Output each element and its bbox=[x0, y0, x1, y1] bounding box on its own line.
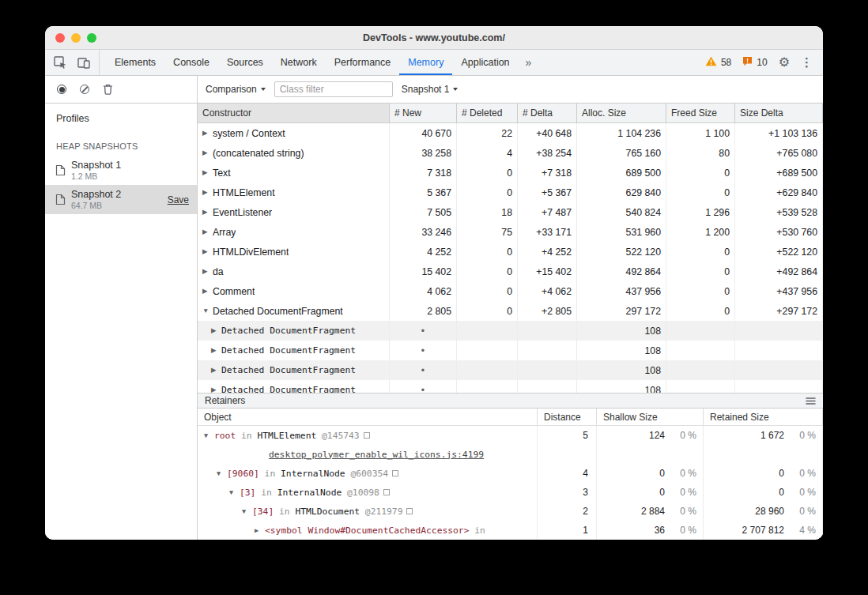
tab-console[interactable]: Console bbox=[164, 50, 218, 75]
constructor-name: da bbox=[213, 266, 224, 277]
snapshot-item[interactable]: Snapshot 264.7 MBSave bbox=[45, 185, 197, 214]
window-title: DevTools - www.youtube.com/ bbox=[363, 32, 505, 43]
expand-arrow-icon[interactable]: ▶ bbox=[211, 367, 221, 374]
heap-row[interactable]: ▶(concatenated string)38 2584+38 254765 … bbox=[198, 143, 823, 163]
retainer-row[interactable]: ▼[34] in HTMLDocument @21197922 8840 %28… bbox=[198, 502, 823, 521]
warning-icon bbox=[705, 56, 717, 69]
column-header-deleted[interactable]: # Deleted bbox=[457, 104, 518, 122]
expand-arrow-icon[interactable]: ▶ bbox=[211, 347, 221, 354]
tab-sources[interactable]: Sources bbox=[218, 50, 272, 75]
heap-row[interactable]: ▶Detached DocumentFragment•108 bbox=[198, 360, 823, 380]
reveal-icon[interactable] bbox=[364, 432, 370, 439]
chevron-down-icon bbox=[453, 88, 458, 91]
reveal-icon[interactable] bbox=[383, 489, 390, 495]
heap-row[interactable]: ▶Array33 24675+33 171531 9601 200+530 76… bbox=[198, 222, 823, 242]
retainers-column-distance[interactable]: Distance bbox=[538, 409, 597, 425]
constructor-name: Detached DocumentFragment bbox=[221, 365, 356, 375]
heap-row[interactable]: ▶Detached DocumentFragment•108 bbox=[198, 321, 823, 341]
heap-row[interactable]: ▶EventListener7 50518+7 487540 8241 296+… bbox=[198, 202, 823, 222]
retainer-row[interactable]: ▼[9060] in InternalNode @600354400 %00 % bbox=[198, 464, 823, 483]
snapshot-select[interactable]: Snapshot 1 bbox=[402, 84, 459, 95]
expand-arrow-icon[interactable]: ▶ bbox=[202, 268, 213, 275]
constructor-name: Detached DocumentFragment bbox=[221, 345, 356, 356]
more-tabs-button[interactable]: » bbox=[519, 50, 539, 75]
warning-count: 58 bbox=[721, 57, 731, 68]
tab-elements[interactable]: Elements bbox=[106, 50, 164, 75]
close-button[interactable] bbox=[55, 33, 65, 43]
constructor-name: Detached DocumentFragment bbox=[213, 306, 343, 317]
collapse-arrow-icon[interactable]: ▼ bbox=[202, 307, 213, 314]
constructor-name: HTMLElement bbox=[213, 187, 275, 198]
reveal-icon[interactable] bbox=[406, 508, 413, 514]
device-toolbar-icon[interactable] bbox=[77, 57, 90, 69]
retainers-column-object[interactable]: Object bbox=[198, 409, 538, 425]
heap-row[interactable]: ▶Detached DocumentFragment•108 bbox=[198, 380, 823, 393]
gear-icon[interactable]: ⚙ bbox=[779, 56, 790, 69]
retainer-row[interactable]: ▼root in HTMLElement @14574351240 %1 672… bbox=[198, 426, 823, 445]
column-header-constructor[interactable]: Constructor bbox=[198, 104, 390, 122]
heap-row[interactable]: ▶Text7 3180+7 318689 5000+689 500 bbox=[198, 163, 823, 183]
heap-row[interactable]: ▶Detached DocumentFragment•108 bbox=[198, 341, 823, 360]
record-heap-snapshot-icon[interactable] bbox=[57, 85, 66, 94]
source-location-link[interactable]: desktop_polymer_enable_wil_icons.js:4199 bbox=[269, 450, 484, 460]
tab-memory[interactable]: Memory bbox=[399, 50, 452, 75]
hamburger-menu-icon[interactable] bbox=[806, 397, 816, 405]
heap-row[interactable]: ▶HTMLElement5 3670+5 367629 8400+629 840 bbox=[198, 183, 823, 202]
tab-application[interactable]: Application bbox=[452, 50, 518, 75]
retainer-rows: ▼root in HTMLElement @14574351240 %1 672… bbox=[198, 426, 823, 540]
expand-arrow-icon[interactable]: ▶ bbox=[255, 527, 265, 534]
property-name: root bbox=[214, 431, 236, 441]
column-header-allocsize[interactable]: Alloc. Size bbox=[577, 104, 666, 122]
save-link[interactable]: Save bbox=[168, 194, 189, 205]
retainer-row[interactable]: ▼[3] in InternalNode @10098300 %00 % bbox=[198, 483, 823, 502]
clear-profiles-icon[interactable] bbox=[80, 85, 89, 94]
column-header-sizedelta[interactable]: Size Delta bbox=[735, 104, 823, 122]
inspect-icon[interactable] bbox=[54, 56, 67, 69]
retainers-column-retainedsize[interactable]: Retained Size bbox=[704, 409, 823, 425]
heap-row[interactable]: ▶system / Context40 67022+40 6481 104 23… bbox=[198, 123, 823, 143]
column-header-freedsize[interactable]: Freed Size bbox=[666, 104, 735, 122]
warnings-badge[interactable]: 58 bbox=[705, 56, 731, 69]
expand-arrow-icon[interactable]: ▶ bbox=[202, 209, 213, 216]
expand-arrow-icon[interactable]: ▶ bbox=[202, 228, 213, 235]
class-filter-input[interactable] bbox=[274, 81, 393, 97]
expand-arrow-icon[interactable]: ▶ bbox=[202, 248, 213, 255]
column-header-new[interactable]: # New bbox=[390, 104, 457, 122]
heap-row[interactable]: ▶HTMLDivElement4 2520+4 252522 1200+522 … bbox=[198, 242, 823, 262]
retainers-column-shallowsize[interactable]: Shallow Size bbox=[597, 409, 704, 425]
perspective-select[interactable]: Comparison bbox=[206, 84, 266, 95]
object-id: @211979 bbox=[365, 507, 403, 517]
constructor-name: Detached DocumentFragment bbox=[221, 385, 356, 393]
constructor-name: (concatenated string) bbox=[213, 148, 304, 159]
reveal-icon[interactable] bbox=[392, 470, 398, 476]
tab-performance[interactable]: Performance bbox=[326, 50, 400, 75]
kebab-menu-icon[interactable]: ⋮ bbox=[801, 55, 813, 70]
devtools-window: DevTools - www.youtube.com/ ElementsCons… bbox=[45, 26, 823, 540]
heap-row[interactable]: ▼Detached DocumentFragment2 8050+2 80529… bbox=[198, 301, 823, 321]
heap-rows: ▶system / Context40 67022+40 6481 104 23… bbox=[198, 123, 823, 393]
retainer-row[interactable]: desktop_polymer_enable_wil_icons.js:4199 bbox=[198, 445, 823, 464]
collapse-arrow-icon[interactable]: ▼ bbox=[229, 489, 240, 496]
zoom-button[interactable] bbox=[87, 33, 96, 43]
constructor-name: Detached DocumentFragment bbox=[221, 326, 356, 336]
expand-arrow-icon[interactable]: ▶ bbox=[211, 386, 221, 393]
column-header-delta[interactable]: # Delta bbox=[518, 104, 577, 122]
expand-arrow-icon[interactable]: ▶ bbox=[202, 288, 213, 295]
trash-icon[interactable] bbox=[103, 84, 113, 95]
issues-badge[interactable]: 10 bbox=[742, 56, 767, 69]
expand-arrow-icon[interactable]: ▶ bbox=[202, 130, 213, 137]
heap-row[interactable]: ▶Comment4 0620+4 062437 9560+437 956 bbox=[198, 281, 823, 301]
retainer-row[interactable]: ▶<symbol Window#DocumentCachedAccessor> … bbox=[198, 521, 823, 540]
collapse-arrow-icon[interactable]: ▼ bbox=[217, 470, 227, 477]
expand-arrow-icon[interactable]: ▶ bbox=[202, 149, 213, 156]
collapse-arrow-icon[interactable]: ▼ bbox=[204, 432, 214, 439]
heap-row[interactable]: ▶da15 4020+15 402492 8640+492 864 bbox=[198, 262, 823, 281]
profiles-sidebar: Profiles HEAP SNAPSHOTS Snapshot 11.2 MB… bbox=[45, 104, 198, 540]
snapshot-item[interactable]: Snapshot 11.2 MB bbox=[45, 156, 197, 185]
expand-arrow-icon[interactable]: ▶ bbox=[211, 327, 221, 334]
minimize-button[interactable] bbox=[71, 33, 81, 43]
tab-network[interactable]: Network bbox=[272, 50, 326, 75]
collapse-arrow-icon[interactable]: ▼ bbox=[242, 508, 252, 515]
expand-arrow-icon[interactable]: ▶ bbox=[202, 169, 213, 176]
expand-arrow-icon[interactable]: ▶ bbox=[202, 189, 213, 196]
